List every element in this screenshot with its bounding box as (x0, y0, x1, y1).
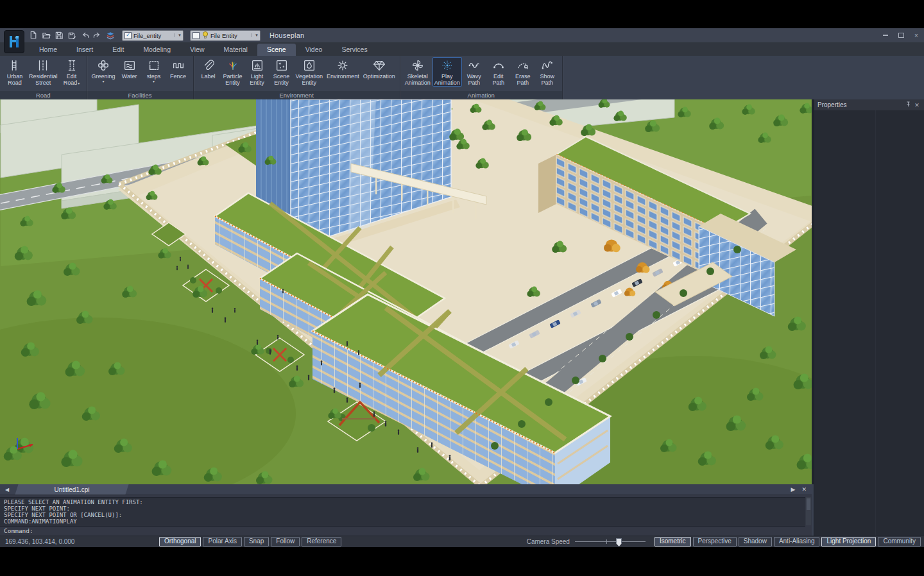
ribbon-button-edit-path[interactable]: Edit Path (486, 57, 511, 87)
undo-icon[interactable] (80, 30, 90, 40)
mode-button-orthogonal[interactable]: Orthogonal (159, 537, 201, 546)
water-icon (123, 58, 137, 73)
tab-scroll-right-icon[interactable]: ▶ (791, 486, 796, 493)
ribbon-button-erase-path[interactable]: Erase Path (511, 57, 535, 87)
ribbon-group-road: Urban RoadResidential StreetEdit Road▾Ro… (0, 56, 87, 99)
tab-home[interactable]: Home (30, 44, 67, 56)
particle-entity-icon (226, 58, 240, 73)
ribbon-button-label: steps (144, 73, 164, 80)
view-buttons: IsometricPerspectiveShadowAnti-AliasingL… (654, 537, 924, 546)
console-scrollbar[interactable] (806, 497, 811, 525)
ribbon-button-label: Label (198, 73, 219, 80)
camera-speed-slider[interactable] (575, 538, 646, 546)
ribbon-button-water[interactable]: Water (117, 57, 142, 80)
tab-view[interactable]: View (180, 44, 214, 56)
tab-material[interactable]: Material (214, 44, 257, 56)
ribbon-button-show-path[interactable]: Show Path (535, 57, 560, 87)
window-controls: × (882, 28, 920, 42)
redo-icon[interactable] (92, 30, 103, 40)
mode-button-reference[interactable]: Reference (302, 537, 341, 546)
command-prompt[interactable]: Command: (4, 527, 33, 534)
ribbon-button-particle-entity[interactable]: Particle Entity (221, 57, 245, 87)
pin-icon[interactable] (903, 101, 912, 108)
ribbon-button-optimization[interactable]: Optimization (361, 57, 397, 80)
ribbon-button-wavy-path[interactable]: Wavy Path (462, 57, 486, 87)
app-title: Houseplan (270, 31, 304, 39)
ribbon-button-urban-road[interactable]: Urban Road (3, 57, 27, 87)
entity-filter-combo[interactable]: File Entity▼ (190, 30, 261, 41)
tab-modeling[interactable]: Modeling (133, 44, 180, 56)
skeletal-animation-icon (411, 58, 425, 73)
edit-road-icon (65, 58, 79, 73)
save-icon[interactable] (54, 30, 64, 40)
ribbon-button-play-animation[interactable]: Play Animation (432, 57, 462, 87)
chevron-down-icon[interactable]: ▼ (175, 33, 182, 37)
ribbon-button-vegetation-entity[interactable]: Vegetation Entity (294, 57, 325, 87)
tab-scene[interactable]: Scene (257, 44, 296, 56)
viewport-3d-scene[interactable] (0, 99, 812, 484)
view-button-light-projection[interactable]: Light Projection (821, 537, 876, 546)
mode-button-polar-axis[interactable]: Polar Axis (203, 537, 241, 546)
ribbon-button-steps[interactable]: steps▾ (142, 57, 166, 84)
minimize-icon[interactable] (882, 35, 889, 36)
wavy-path-icon (467, 58, 481, 73)
mode-button-snap[interactable]: Snap (244, 537, 269, 546)
mode-buttons: OrthogonalPolar AxisSnapFollowReference (159, 537, 343, 546)
checkbox-icon[interactable] (193, 32, 200, 39)
ribbon-button-greening[interactable]: Greening▾ (90, 57, 117, 84)
app-logo[interactable] (4, 30, 24, 53)
view-button-community[interactable]: Community (878, 537, 921, 546)
ribbon-button-residential-street[interactable]: Residential Street (27, 57, 60, 87)
tab-edit[interactable]: Edit (103, 44, 133, 56)
ribbon-group-environment: LabelParticle EntityLight EntityScene En… (194, 56, 400, 99)
close-icon[interactable]: × (912, 32, 920, 39)
open-icon[interactable] (41, 30, 51, 40)
tab-insert[interactable]: Insert (67, 44, 103, 56)
bulb-icon (201, 31, 209, 40)
ribbon-button-label: Water (119, 73, 140, 80)
ribbon-button-environment[interactable]: Environment (325, 57, 361, 80)
tab-scroll-left-icon[interactable]: ◀ (0, 487, 14, 493)
status-bar: 169.436, 103.414, 0.000 OrthogonalPolar … (0, 536, 924, 547)
tab-close-icon[interactable]: ✕ (801, 486, 807, 493)
ribbon-group-facilities: Greening▾Watersteps▾FenceFacilities (87, 56, 194, 99)
ribbon-group-title: Animation (400, 91, 562, 99)
chevron-down-icon: ▾ (78, 81, 80, 85)
optimization-icon (372, 58, 386, 73)
steps-icon (147, 58, 161, 73)
view-button-shadow[interactable]: Shadow (739, 537, 772, 546)
restore-icon[interactable] (897, 33, 905, 38)
save-as-icon[interactable] (67, 30, 77, 40)
ribbon-button-light-entity[interactable]: Light Entity (245, 57, 270, 87)
view-button-perspective[interactable]: Perspective (693, 537, 737, 546)
ribbon-button-scene-entity[interactable]: Scene Entity (270, 57, 294, 87)
console-log: PLEASE SELECT AN ANIMATION ENTITY FIRST:… (0, 497, 805, 527)
entity-filter-label: File_entity (133, 32, 171, 39)
command-console[interactable]: PLEASE SELECT AN ANIMATION ENTITY FIRST:… (0, 495, 812, 536)
fence-icon (171, 58, 185, 73)
viewport[interactable] (0, 99, 814, 484)
new-icon[interactable] (28, 30, 38, 40)
ribbon-button-label[interactable]: Label (196, 57, 221, 80)
ribbon-button-label: Skeletal Animation (405, 73, 431, 86)
entity-filter-combo[interactable]: ✓File_entity▼ (122, 30, 184, 41)
mode-button-follow[interactable]: Follow (271, 537, 300, 546)
ribbon-group-title: Facilities (87, 91, 193, 99)
view-button-isometric[interactable]: Isometric (654, 537, 691, 546)
ribbon-button-skeletal-animation[interactable]: Skeletal Animation (403, 57, 432, 87)
checkbox-icon[interactable]: ✓ (124, 32, 132, 39)
document-tab-bar: ◀ Untitled1.cpi ▶ ✕ (0, 484, 812, 495)
residential-street-icon (36, 58, 50, 73)
tab-services[interactable]: Services (332, 44, 377, 56)
layers-icon[interactable] (105, 30, 116, 40)
panel-close-icon[interactable]: ✕ (912, 102, 921, 108)
houseplan-logo-icon (8, 35, 21, 49)
view-button-anti-aliasing[interactable]: Anti-Aliasing (774, 537, 820, 546)
chevron-down-icon[interactable]: ▼ (252, 33, 259, 37)
slider-thumb[interactable] (616, 538, 622, 546)
ribbon-button-fence[interactable]: Fence (166, 57, 191, 80)
vegetation-entity-icon (302, 58, 316, 73)
ribbon-button-edit-road[interactable]: Edit Road▾ (60, 57, 84, 87)
document-tab[interactable]: Untitled1.cpi (14, 484, 130, 495)
tab-video[interactable]: Video (296, 44, 332, 56)
